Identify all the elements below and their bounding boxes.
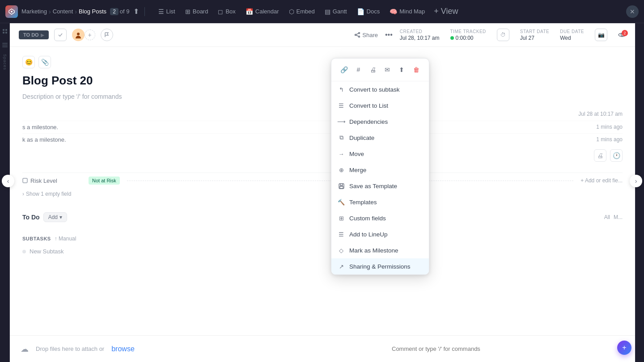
tab-mindmap[interactable]: 🧠 Mind Map <box>385 6 429 17</box>
add-assignee-button[interactable]: + <box>85 29 95 40</box>
prev-task-button[interactable]: ‹ <box>2 175 14 187</box>
breadcrumb-content[interactable]: Content <box>53 8 73 15</box>
tab-gantt-label: Gantt <box>333 8 347 15</box>
svg-rect-6 <box>2 45 8 46</box>
complete-button[interactable] <box>54 29 67 41</box>
breadcrumb-sep-2: › <box>75 8 77 15</box>
tab-mindmap-label: Mind Map <box>399 8 425 15</box>
export-icon[interactable]: ⬆ <box>395 63 408 76</box>
todo-more[interactable]: M... <box>614 214 623 220</box>
spaces-label[interactable]: Spaces <box>3 54 7 70</box>
time-dot <box>450 36 454 40</box>
start-date-value: Jul 27 <box>520 35 549 41</box>
app-logo[interactable] <box>5 5 18 18</box>
watchers-button[interactable]: 2 <box>618 32 626 38</box>
status-badge[interactable]: TO DO ▶ <box>19 30 49 39</box>
add-view-btn[interactable]: + View <box>430 5 462 18</box>
tab-board-label: Board <box>193 8 208 15</box>
sort-icon: ↑ Manual <box>55 236 76 242</box>
tab-calendar[interactable]: 📅 Calendar <box>241 6 284 17</box>
fab-button[interactable]: + <box>617 341 631 355</box>
add-field-btn[interactable]: + Add or edit fie... <box>580 177 623 184</box>
add-lineup-item[interactable]: ☰ Add to LineUp <box>331 226 429 242</box>
due-date-value: Wed <box>560 35 584 41</box>
duplicate-item[interactable]: ⧉ Duplicate <box>331 130 429 146</box>
activity-text-0: s a milestone. <box>22 124 58 130</box>
next-task-button[interactable]: › <box>630 175 642 187</box>
breadcrumb-marketing[interactable]: Marketing <box>21 8 47 15</box>
status-label: TO DO <box>23 32 39 38</box>
show-empty-button[interactable]: › Show 1 empty field <box>22 191 623 197</box>
browse-link[interactable]: browse <box>111 345 135 353</box>
todo-all[interactable]: All <box>604 214 610 220</box>
activity-time-0: 1 mins ago <box>596 124 623 130</box>
sharing-icon: ↗ <box>338 263 345 270</box>
dependencies-icon: ⟶ <box>338 118 345 125</box>
custom-fields-icon: ⊞ <box>338 215 345 222</box>
subtasks-label: SUBTASKS <box>22 236 51 241</box>
print-button[interactable]: 🖨 <box>594 149 606 162</box>
sidebar-spaces-icon[interactable] <box>0 27 9 37</box>
print-menu-icon[interactable]: 🖨 <box>366 63 380 76</box>
merge-icon: ⊕ <box>338 166 345 173</box>
flag-button[interactable] <box>101 29 113 41</box>
breadcrumb-blog-posts[interactable]: Blog Posts <box>79 8 106 15</box>
status-arrow-icon: ▶ <box>41 33 44 38</box>
attachment-button[interactable]: 📎 <box>38 56 51 68</box>
hash-icon[interactable]: # <box>352 63 365 76</box>
email-icon[interactable]: ✉ <box>381 63 394 76</box>
templates-item[interactable]: 🔨 Templates <box>331 194 429 210</box>
close-button[interactable]: ✕ <box>626 5 639 18</box>
tab-embed[interactable]: ⬡ Embed <box>284 6 319 17</box>
sharing-permissions-item[interactable]: ↗ Sharing & Permissions <box>331 258 429 274</box>
tab-box[interactable]: ◻ Box <box>213 6 240 17</box>
nav-tabs: ☰ List ⊞ Board ◻ Box 📅 Calendar ⬡ Embed … <box>154 5 462 18</box>
show-empty-label: Show 1 empty field <box>26 191 71 197</box>
risk-value[interactable]: Not at Risk <box>89 177 120 185</box>
meta-columns: CREATED Jul 28, 10:17 am TIME TRACKED 0:… <box>400 29 626 41</box>
link-icon[interactable]: 🔗 <box>337 63 351 76</box>
created-value: Jul 28, 10:17 am <box>400 35 440 41</box>
move-icon: → <box>338 150 345 157</box>
tab-box-label: Box <box>225 8 235 15</box>
share-button[interactable]: Share <box>355 32 378 38</box>
manual-sort-button[interactable]: ↑ Manual <box>55 236 76 242</box>
svg-rect-1 <box>3 29 4 31</box>
assignee-avatar[interactable] <box>72 29 85 41</box>
delete-icon[interactable]: 🗑 <box>410 63 423 76</box>
nav-right: ✕ <box>626 5 639 18</box>
tab-docs-label: Docs <box>367 8 380 15</box>
tab-list[interactable]: ☰ List <box>154 6 180 17</box>
convert-list-item[interactable]: ☰ Convert to List <box>331 97 429 114</box>
tab-docs[interactable]: 📄 Docs <box>352 6 385 17</box>
tab-calendar-label: Calendar <box>255 8 279 15</box>
comment-input[interactable] <box>386 342 610 356</box>
mark-milestone-item[interactable]: ◇ Mark as Milestone <box>331 242 429 258</box>
custom-fields-item[interactable]: ⊞ Custom fields <box>331 210 429 226</box>
activity-time-1: 1 mins ago <box>596 136 623 143</box>
created-meta: CREATED Jul 28, 10:17 am <box>400 29 440 41</box>
emoji-button[interactable]: 😊 <box>22 56 35 68</box>
add-task-button[interactable]: Add ▾ <box>43 212 67 222</box>
dependencies-item[interactable]: ⟶ Dependencies <box>331 114 429 130</box>
nav-forward-icon[interactable]: ⬆ <box>133 7 139 16</box>
new-subtask-input[interactable]: New Subtask <box>30 248 64 255</box>
todo-title: To Do <box>22 214 40 221</box>
tab-board[interactable]: ⊞ Board <box>181 6 213 17</box>
merge-item[interactable]: ⊕ Merge <box>331 162 429 178</box>
sidebar-menu-icon[interactable] <box>0 41 9 51</box>
task-description[interactable]: Description or type '/' for commands <box>22 93 623 100</box>
tab-gantt[interactable]: ▤ Gantt <box>320 6 352 17</box>
more-options-button[interactable]: ••• <box>383 29 394 41</box>
history-button[interactable]: 🕐 <box>610 149 623 162</box>
start-date-label: START DATE <box>520 29 549 34</box>
save-template-item[interactable]: Save as Template <box>331 178 429 194</box>
video-icon[interactable]: 📷 <box>595 29 607 41</box>
svg-rect-7 <box>2 46 8 47</box>
nav-counter: 2 of 9 <box>110 8 129 15</box>
todo-header: To Do Add ▾ All M... <box>22 212 623 222</box>
convert-subtask-item[interactable]: ↰ Convert to subtask <box>331 81 429 97</box>
move-item[interactable]: → Move <box>331 146 429 162</box>
timer-icon[interactable]: ⏱ <box>497 29 509 41</box>
calendar-tab-icon: 📅 <box>246 8 253 15</box>
